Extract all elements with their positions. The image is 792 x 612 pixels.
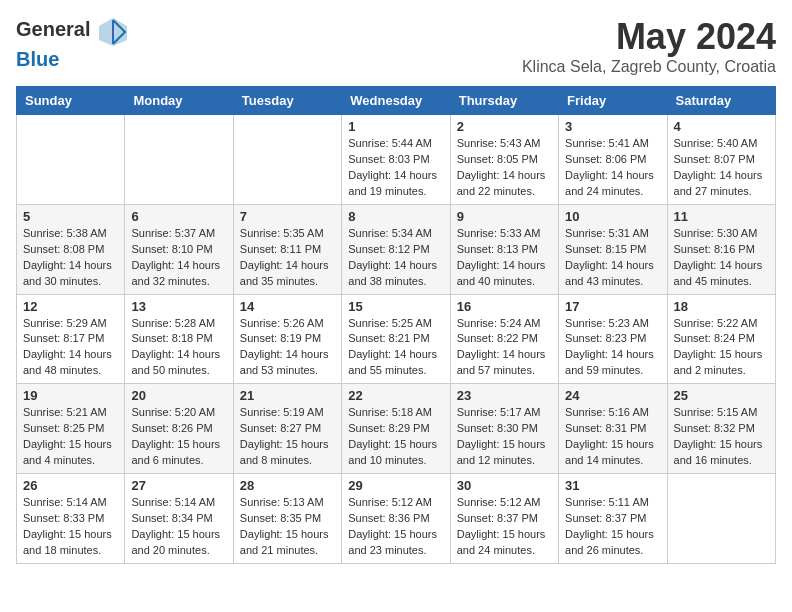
- calendar-cell: 27Sunrise: 5:14 AMSunset: 8:34 PMDayligh…: [125, 474, 233, 564]
- cell-info-line: Daylight: 14 hours: [457, 168, 552, 184]
- cell-info-line: and 2 minutes.: [674, 363, 769, 379]
- cell-info-line: Sunrise: 5:18 AM: [348, 405, 443, 421]
- cell-info-line: Daylight: 15 hours: [457, 527, 552, 543]
- cell-info-line: Sunrise: 5:37 AM: [131, 226, 226, 242]
- cell-info-line: Daylight: 14 hours: [240, 347, 335, 363]
- calendar-cell: [17, 115, 125, 205]
- calendar-cell: 22Sunrise: 5:18 AMSunset: 8:29 PMDayligh…: [342, 384, 450, 474]
- calendar-cell: 3Sunrise: 5:41 AMSunset: 8:06 PMDaylight…: [559, 115, 667, 205]
- cell-info-line: Daylight: 15 hours: [23, 527, 118, 543]
- week-row-3: 12Sunrise: 5:29 AMSunset: 8:17 PMDayligh…: [17, 294, 776, 384]
- day-number: 24: [565, 388, 660, 403]
- day-header-sunday: Sunday: [17, 87, 125, 115]
- cell-info-line: Daylight: 15 hours: [23, 437, 118, 453]
- calendar-cell: 26Sunrise: 5:14 AMSunset: 8:33 PMDayligh…: [17, 474, 125, 564]
- cell-info-line: Sunrise: 5:12 AM: [348, 495, 443, 511]
- calendar-cell: 21Sunrise: 5:19 AMSunset: 8:27 PMDayligh…: [233, 384, 341, 474]
- calendar-cell: 11Sunrise: 5:30 AMSunset: 8:16 PMDayligh…: [667, 204, 775, 294]
- logo: General Blue: [16, 16, 129, 71]
- cell-info-line: and 24 minutes.: [457, 543, 552, 559]
- cell-info-line: Sunset: 8:27 PM: [240, 421, 335, 437]
- month-title: May 2024: [522, 16, 776, 58]
- day-header-friday: Friday: [559, 87, 667, 115]
- cell-info-line: Daylight: 14 hours: [131, 347, 226, 363]
- cell-info-line: and 4 minutes.: [23, 453, 118, 469]
- cell-info-line: Sunset: 8:07 PM: [674, 152, 769, 168]
- day-number: 6: [131, 209, 226, 224]
- cell-info-line: and 50 minutes.: [131, 363, 226, 379]
- day-number: 27: [131, 478, 226, 493]
- day-number: 14: [240, 299, 335, 314]
- cell-info-line: Daylight: 15 hours: [240, 527, 335, 543]
- cell-info-line: and 23 minutes.: [348, 543, 443, 559]
- cell-info-line: and 21 minutes.: [240, 543, 335, 559]
- calendar-cell: 9Sunrise: 5:33 AMSunset: 8:13 PMDaylight…: [450, 204, 558, 294]
- cell-info-line: Sunset: 8:03 PM: [348, 152, 443, 168]
- cell-info-line: Sunrise: 5:21 AM: [23, 405, 118, 421]
- day-header-thursday: Thursday: [450, 87, 558, 115]
- cell-info-line: Daylight: 15 hours: [565, 437, 660, 453]
- cell-info-line: Sunrise: 5:40 AM: [674, 136, 769, 152]
- cell-info-line: Sunrise: 5:38 AM: [23, 226, 118, 242]
- cell-info-line: Sunset: 8:37 PM: [565, 511, 660, 527]
- calendar-table: SundayMondayTuesdayWednesdayThursdayFrid…: [16, 86, 776, 564]
- cell-info-line: Daylight: 15 hours: [131, 527, 226, 543]
- cell-info-line: Daylight: 14 hours: [240, 258, 335, 274]
- cell-info-line: and 16 minutes.: [674, 453, 769, 469]
- cell-info-line: Daylight: 15 hours: [565, 527, 660, 543]
- logo-blue: Blue: [16, 48, 59, 70]
- cell-info-line: Sunrise: 5:16 AM: [565, 405, 660, 421]
- cell-info-line: Sunrise: 5:17 AM: [457, 405, 552, 421]
- cell-info-line: Daylight: 14 hours: [23, 347, 118, 363]
- day-number: 9: [457, 209, 552, 224]
- week-row-5: 26Sunrise: 5:14 AMSunset: 8:33 PMDayligh…: [17, 474, 776, 564]
- logo-general-line: General: [16, 16, 129, 48]
- calendar-cell: 24Sunrise: 5:16 AMSunset: 8:31 PMDayligh…: [559, 384, 667, 474]
- days-header-row: SundayMondayTuesdayWednesdayThursdayFrid…: [17, 87, 776, 115]
- cell-info-line: Sunrise: 5:22 AM: [674, 316, 769, 332]
- calendar-cell: 30Sunrise: 5:12 AMSunset: 8:37 PMDayligh…: [450, 474, 558, 564]
- calendar-cell: 19Sunrise: 5:21 AMSunset: 8:25 PMDayligh…: [17, 384, 125, 474]
- cell-info-line: Sunrise: 5:31 AM: [565, 226, 660, 242]
- cell-info-line: Daylight: 14 hours: [131, 258, 226, 274]
- day-number: 11: [674, 209, 769, 224]
- cell-info-line: and 43 minutes.: [565, 274, 660, 290]
- calendar-cell: 20Sunrise: 5:20 AMSunset: 8:26 PMDayligh…: [125, 384, 233, 474]
- cell-info-line: Sunset: 8:13 PM: [457, 242, 552, 258]
- cell-info-line: and 53 minutes.: [240, 363, 335, 379]
- cell-info-line: Sunset: 8:36 PM: [348, 511, 443, 527]
- day-number: 30: [457, 478, 552, 493]
- calendar-cell: [233, 115, 341, 205]
- cell-info-line: Sunrise: 5:35 AM: [240, 226, 335, 242]
- day-number: 8: [348, 209, 443, 224]
- cell-info-line: and 20 minutes.: [131, 543, 226, 559]
- cell-info-line: Daylight: 14 hours: [457, 258, 552, 274]
- cell-info-line: Sunset: 8:21 PM: [348, 331, 443, 347]
- day-number: 31: [565, 478, 660, 493]
- title-section: May 2024 Klinca Sela, Zagreb County, Cro…: [522, 16, 776, 76]
- cell-info-line: Sunset: 8:24 PM: [674, 331, 769, 347]
- cell-info-line: and 14 minutes.: [565, 453, 660, 469]
- cell-info-line: Sunrise: 5:43 AM: [457, 136, 552, 152]
- day-header-saturday: Saturday: [667, 87, 775, 115]
- cell-info-line: Sunset: 8:06 PM: [565, 152, 660, 168]
- calendar-cell: 16Sunrise: 5:24 AMSunset: 8:22 PMDayligh…: [450, 294, 558, 384]
- cell-info-line: Sunset: 8:22 PM: [457, 331, 552, 347]
- cell-info-line: and 24 minutes.: [565, 184, 660, 200]
- day-number: 23: [457, 388, 552, 403]
- cell-info-line: Sunset: 8:15 PM: [565, 242, 660, 258]
- cell-info-line: Sunset: 8:32 PM: [674, 421, 769, 437]
- calendar-cell: 1Sunrise: 5:44 AMSunset: 8:03 PMDaylight…: [342, 115, 450, 205]
- header: General Blue May 2024 Klinca Sela, Zagre…: [16, 16, 776, 76]
- cell-info-line: Sunset: 8:05 PM: [457, 152, 552, 168]
- cell-info-line: Daylight: 14 hours: [674, 168, 769, 184]
- calendar-cell: 25Sunrise: 5:15 AMSunset: 8:32 PMDayligh…: [667, 384, 775, 474]
- cell-info-line: Sunrise: 5:33 AM: [457, 226, 552, 242]
- cell-info-line: Daylight: 14 hours: [348, 168, 443, 184]
- cell-info-line: Daylight: 14 hours: [348, 258, 443, 274]
- day-number: 26: [23, 478, 118, 493]
- day-number: 5: [23, 209, 118, 224]
- calendar-cell: [667, 474, 775, 564]
- day-header-tuesday: Tuesday: [233, 87, 341, 115]
- day-number: 1: [348, 119, 443, 134]
